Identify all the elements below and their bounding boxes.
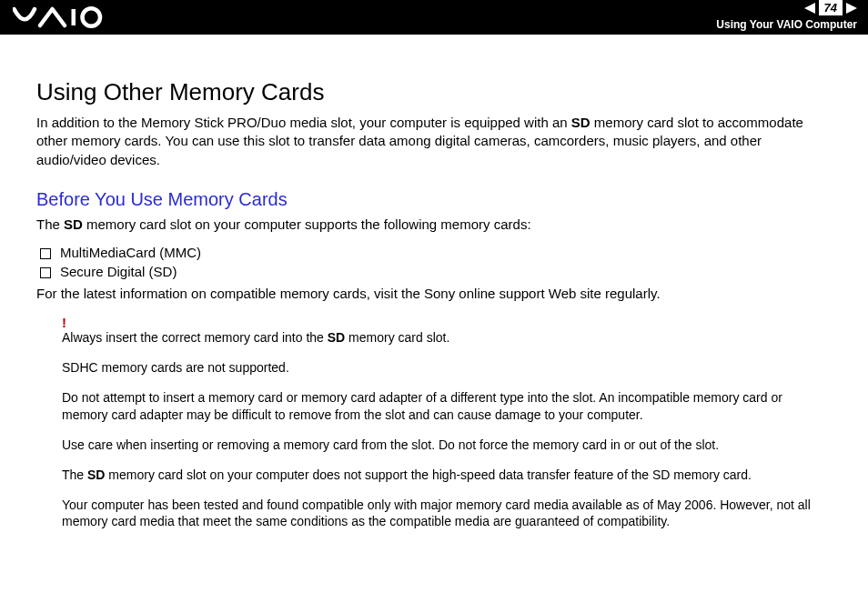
caution-line: The SD memory card slot on your computer…: [62, 467, 832, 484]
page-nav: 74: [804, 0, 857, 15]
prev-page-icon[interactable]: [804, 3, 815, 14]
caution-line: SDHC memory cards are not supported.: [62, 359, 832, 377]
support-bold: SD: [64, 216, 83, 232]
n5-pre: The: [62, 467, 87, 482]
header-bar: 74 Using Your VAIO Computer: [0, 0, 868, 35]
intro-bold: SD: [571, 115, 590, 130]
svg-rect-0: [72, 9, 76, 25]
page-number: 74: [819, 0, 843, 15]
n5-post: memory card slot on your computer does n…: [105, 467, 751, 482]
page-content: Using Other Memory Cards In addition to …: [0, 35, 868, 530]
intro-pre: In addition to the Memory Stick PRO/Duo …: [36, 115, 571, 130]
list-item-label: Secure Digital (SD): [60, 264, 177, 279]
latest-info: For the latest information on compatible…: [36, 285, 832, 303]
square-bullet-icon: [40, 248, 51, 259]
svg-point-1: [83, 8, 101, 26]
support-line: The SD memory card slot on your computer…: [36, 216, 832, 234]
n1-post: memory card slot.: [345, 330, 449, 345]
intro-paragraph: In addition to the Memory Stick PRO/Duo …: [36, 114, 832, 169]
list-item: MultiMediaCard (MMC): [40, 245, 832, 260]
n1-bold: SD: [328, 330, 345, 345]
vaio-logo: [13, 4, 129, 31]
page-title: Using Other Memory Cards: [36, 78, 832, 106]
caution-block: ! Always insert the correct memory card …: [62, 316, 832, 530]
caution-line: Your computer has been tested and found …: [62, 497, 832, 531]
list-item-label: MultiMediaCard (MMC): [60, 245, 201, 260]
next-page-icon[interactable]: [846, 3, 857, 14]
square-bullet-icon: [40, 267, 51, 278]
warning-icon: !: [62, 316, 832, 329]
section-title: Using Your VAIO Computer: [716, 18, 857, 31]
caution-line: Always insert the correct memory card in…: [62, 329, 832, 347]
n5-bold: SD: [87, 467, 105, 482]
support-post: memory card slot on your computer suppor…: [83, 216, 531, 232]
caution-line: Do not attempt to insert a memory card o…: [62, 389, 832, 424]
subheading: Before You Use Memory Cards: [36, 189, 832, 210]
list-item: Secure Digital (SD): [40, 264, 832, 279]
n1-pre: Always insert the correct memory card in…: [62, 330, 328, 345]
caution-line: Use care when inserting or removing a me…: [62, 437, 832, 454]
support-pre: The: [36, 216, 64, 232]
bullet-list: MultiMediaCard (MMC) Secure Digital (SD): [36, 245, 832, 279]
